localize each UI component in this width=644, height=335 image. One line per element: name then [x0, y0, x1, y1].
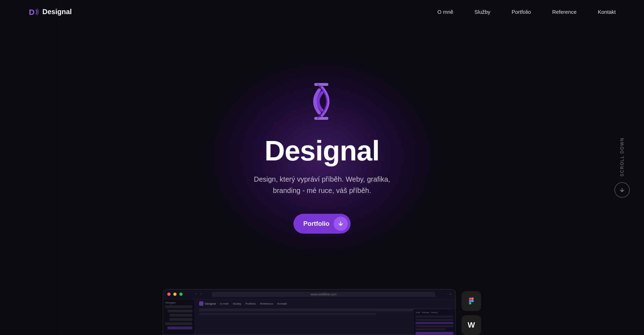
svg-rect-2 — [314, 117, 328, 120]
svg-rect-6 — [469, 302, 471, 305]
browser-topbar: ‹ › www.webflow.com ↑ + — [163, 289, 455, 299]
mock-nav-sluzby: Služby — [233, 302, 241, 305]
mock-panel: Style Settings Interact — [413, 309, 455, 335]
svg-rect-1 — [314, 83, 328, 86]
nav-item-sluzby[interactable]: Služby — [475, 9, 490, 15]
hero-subtitle-line2: branding - mé ruce, váš příběh. — [273, 187, 371, 194]
scroll-down-button[interactable] — [614, 182, 630, 198]
mock-panel-highlight — [416, 322, 453, 324]
mock-panel-row-1 — [416, 316, 453, 318]
tool-icons: W — [461, 291, 481, 335]
nav-item-kontakt[interactable]: Kontakt — [598, 9, 616, 15]
nav-item-o-mne[interactable]: O mně — [437, 9, 453, 15]
left-divider — [59, 0, 59, 335]
svg-point-7 — [471, 300, 474, 302]
browser-address-bar: www.webflow.com — [212, 292, 435, 297]
scroll-text: Scroll down — [620, 137, 625, 177]
navbar: D Designal O mně Služby Portfolio Refere… — [0, 0, 644, 24]
browser-dot-yellow — [173, 293, 177, 296]
nav-link-kontakt[interactable]: Kontakt — [598, 9, 616, 15]
nav-item-reference[interactable]: Reference — [552, 9, 577, 15]
nav-link-reference[interactable]: Reference — [552, 9, 577, 15]
nav-link-portfolio[interactable]: Portfolio — [512, 9, 531, 15]
mock-nav-kontakt: Kontakt — [277, 302, 287, 305]
browser-main-content: Designal O mně Služby Portfolio Referenc… — [195, 299, 455, 335]
svg-text:D: D — [29, 8, 35, 17]
browser-sidebar: Navigator — [163, 299, 195, 335]
hero-logo-mark — [294, 73, 350, 130]
hero-subtitle: Design, který vypráví příběh. Weby, graf… — [254, 174, 390, 196]
mock-nav-reference: Reference — [260, 302, 273, 305]
mock-panel-row-3 — [416, 325, 453, 327]
mock-navbar: Designal O mně Služby Portfolio Referenc… — [199, 301, 451, 306]
nav-menu: O mně Služby Portfolio Reference Kontakt — [437, 9, 616, 15]
browser-mockup: ‹ › www.webflow.com ↑ + Navigator — [163, 289, 456, 335]
nav-link-sluzby[interactable]: Služby — [475, 9, 490, 15]
browser-dot-green — [179, 293, 183, 296]
mock-nav-o-mne: O mně — [220, 302, 228, 305]
cta-arrow-icon — [334, 217, 348, 231]
svg-rect-5 — [469, 300, 471, 302]
browser-url: www.webflow.com — [311, 293, 336, 296]
cta-label: Portfolio — [303, 220, 329, 228]
mock-panel-row-2 — [416, 319, 453, 321]
hero-title: Designal — [264, 137, 379, 165]
hero-section: Designal Design, který vypráví příběh. W… — [0, 0, 644, 335]
scroll-indicator: Scroll down — [614, 137, 630, 198]
browser-content: Navigator Designal — [163, 299, 455, 335]
browser-dot-red — [167, 293, 171, 296]
sidebar-mock-2 — [167, 310, 192, 312]
svg-rect-4 — [471, 298, 474, 300]
mock-logo: Designal — [205, 302, 216, 305]
sidebar-mock-4 — [169, 318, 192, 321]
sidebar-mock-1 — [165, 305, 192, 308]
hero-subtitle-line1: Design, který vypráví příběh. Weby, graf… — [254, 175, 390, 183]
sidebar-mock-6 — [167, 327, 192, 329]
nav-link-o-mne[interactable]: O mně — [437, 9, 453, 15]
portfolio-cta-button[interactable]: Portfolio — [293, 214, 351, 234]
webflow-icon-box: W — [461, 315, 481, 335]
nav-item-portfolio[interactable]: Portfolio — [512, 9, 531, 15]
mock-panel-row-4 — [416, 328, 446, 330]
sidebar-mock-5 — [165, 322, 192, 325]
logo-link[interactable]: D Designal — [28, 6, 72, 18]
figma-icon-box — [461, 291, 481, 311]
logo-text: Designal — [42, 8, 72, 16]
svg-rect-3 — [469, 298, 471, 300]
sidebar-mock-3 — [169, 314, 192, 317]
mock-nav-portfolio: Portfolio — [245, 302, 256, 305]
bottom-mockup: ‹ › www.webflow.com ↑ + Navigator — [163, 289, 481, 335]
logo-icon: D — [28, 6, 40, 18]
hero-content: Designal Design, který vypráví příběh. W… — [254, 73, 390, 234]
